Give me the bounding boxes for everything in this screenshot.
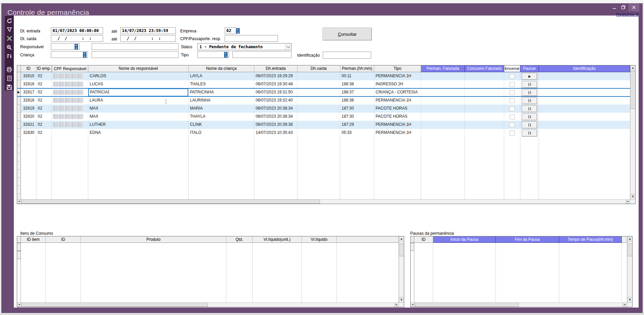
registros-count-link[interactable]: Registros: 8 <box>616 12 639 17</box>
cell-dh-saida[interactable] <box>297 88 340 96</box>
cell-identificacao[interactable] <box>539 88 630 96</box>
cell-perman-faturada[interactable] <box>421 72 465 80</box>
cell-id-emp[interactable]: 02 <box>36 113 52 121</box>
cell-perman[interactable]: 188:38 <box>340 80 374 88</box>
cell-dh-saida[interactable] <box>297 80 340 88</box>
consumo-grid-horizontal-scrollbar-left-arrow-icon[interactable]: ◄ <box>17 303 21 307</box>
pausas-grid-header-inicio-da-pausa[interactable]: Início da Pausa <box>433 236 496 243</box>
main-grid-header-identificacao[interactable]: Identificação <box>539 65 630 72</box>
cell-id-emp[interactable]: 02 <box>36 121 52 129</box>
cell-perman-faturada[interactable] <box>421 129 465 137</box>
cpf-passaporte-input[interactable] <box>225 35 278 42</box>
consumo-grid-header-id-item[interactable]: ID item <box>21 236 46 243</box>
cell-id[interactable]: 32820 <box>21 113 36 121</box>
cell-nome-crianca[interactable]: THAYLA <box>189 113 254 121</box>
consumo-grid-header-id[interactable]: ID <box>46 236 81 243</box>
consumo-grid-header-qtd[interactable]: Qtd. <box>226 236 253 243</box>
cell-nome-crianca[interactable]: ITALO <box>189 129 254 137</box>
encerrar-checkbox[interactable] <box>510 106 515 111</box>
row-selector[interactable] <box>17 113 21 121</box>
table-row[interactable]: 3282002MAXTHAYLA06/07/2023 20:38:34187:3… <box>17 113 630 121</box>
cell-nome-crianca[interactable]: LAYLA <box>189 72 254 80</box>
pausas-grid-vertical-scrollbar-thumb[interactable] <box>627 244 633 256</box>
cell-perman-faturada[interactable] <box>421 80 465 88</box>
row-selector[interactable]: ▶ <box>17 88 21 96</box>
consumo-grid-horizontal-scrollbar-right-arrow-icon[interactable]: ► <box>394 303 399 307</box>
cell-dh-saida[interactable] <box>297 113 340 121</box>
row-selector[interactable] <box>17 105 21 113</box>
pausas-grid-horizontal-scrollbar-left-arrow-icon[interactable]: ◄ <box>410 303 415 307</box>
row-selector[interactable] <box>17 80 21 88</box>
cell-id[interactable]: 32821 <box>21 121 36 129</box>
cell-nome-responsavel[interactable]: LAURA <box>88 96 189 105</box>
cell-dh-entrada[interactable]: 06/07/2023 20:38:34 <box>254 105 297 113</box>
sort-icon[interactable] <box>5 52 14 60</box>
pausar-button[interactable] <box>522 81 537 88</box>
cell-cpf-responsavel[interactable] <box>52 121 88 129</box>
pausas-grid-header-id[interactable]: ID <box>414 236 433 243</box>
chevron-down-icon[interactable] <box>285 44 291 50</box>
cell-nome-responsavel[interactable]: EDNA <box>88 129 189 137</box>
dt-saida-ate-input[interactable] <box>120 35 176 42</box>
encerrar-checkbox[interactable] <box>510 90 515 95</box>
refresh-icon[interactable] <box>5 17 14 25</box>
empresa-input[interactable] <box>225 27 236 34</box>
cell-id-emp[interactable]: 02 <box>36 88 52 96</box>
cell-dh-entrada[interactable]: 14/07/2023 10:35:43 <box>254 129 297 137</box>
cell-consumo-faturado[interactable] <box>465 113 504 121</box>
consumo-grid-horizontal-scrollbar-thumb[interactable] <box>22 303 208 307</box>
cell-cpf-responsavel[interactable] <box>52 72 88 80</box>
consumo-grid-header-vl-liquido[interactable]: Vl.líquido <box>302 236 337 243</box>
cell-consumo-faturado[interactable] <box>465 105 504 113</box>
cell-consumo-faturado[interactable] <box>465 80 504 88</box>
cell-identificacao[interactable] <box>539 113 630 121</box>
cell-tipo[interactable]: PERMANENCIA 1H <box>374 121 421 129</box>
cell-identificacao[interactable] <box>539 105 630 113</box>
close-button[interactable] <box>629 4 639 11</box>
main-grid-horizontal-scrollbar-thumb[interactable] <box>22 199 320 204</box>
table-row[interactable]: 3281902MAXMARIA06/07/2023 20:38:34187:30… <box>17 105 630 113</box>
cell-dh-entrada[interactable]: 06/07/2023 20:38:34 <box>254 113 297 121</box>
table-row[interactable]: 3283002EDNAITALO14/07/2023 10:35:4305:33… <box>17 129 630 137</box>
cell-perman[interactable]: 187:29 <box>340 121 374 129</box>
cell-nome-responsavel[interactable]: LUTHER <box>88 121 189 129</box>
cell-nome-crianca[interactable]: LAURINHA <box>189 96 254 105</box>
cell-identificacao[interactable] <box>539 96 630 105</box>
table-row[interactable]: 3281502CARLOSLAYLA06/07/2023 19:29:2900:… <box>17 72 630 80</box>
cell-id-emp[interactable]: 02 <box>36 72 52 80</box>
cell-nome-responsavel[interactable]: MAX <box>88 105 189 113</box>
editing-cell[interactable]: PATRICIA <box>88 88 188 96</box>
dt-saida-de-input[interactable] <box>51 35 103 42</box>
encerrar-checkbox[interactable] <box>510 131 515 136</box>
table-row[interactable]: 3281802LAURALAURINHA06/07/2023 19:32:401… <box>17 96 630 105</box>
pausas-grid-horizontal-scrollbar-thumb[interactable] <box>415 303 519 307</box>
cell-dh-entrada[interactable]: 06/07/2023 20:39:38 <box>254 121 297 129</box>
cell-perman[interactable]: 187:30 <box>340 113 374 121</box>
cell-consumo-faturado[interactable] <box>465 88 504 96</box>
cell-id-emp[interactable]: 02 <box>36 96 52 105</box>
row-selector[interactable] <box>17 129 21 137</box>
encerrar-checkbox[interactable] <box>510 122 515 127</box>
main-grid-header-nome-do-responsavel[interactable]: Nome do responsável <box>88 65 189 72</box>
main-grid-vertical-scrollbar-up-arrow-icon[interactable]: ▲ <box>630 65 636 70</box>
pausas-grid-vertical-scrollbar-up-arrow-icon[interactable]: ▲ <box>627 236 633 241</box>
cell-consumo-faturado[interactable] <box>465 121 504 129</box>
main-grid-header-perman-hh-mm[interactable]: Perman.(hh:mm) <box>340 65 374 72</box>
cell-consumo-faturado[interactable] <box>465 129 504 137</box>
cell-consumo-faturado[interactable] <box>465 96 504 105</box>
cell-tipo[interactable]: PERMANENCIA 1H <box>374 129 421 137</box>
pausas-grid-horizontal-scrollbar-right-arrow-icon[interactable]: ► <box>623 303 627 307</box>
cell-nome-responsavel[interactable]: MAX <box>88 113 189 121</box>
cell-perman[interactable]: 188:36 <box>340 96 374 105</box>
cell-perman[interactable]: 187:30 <box>340 105 374 113</box>
crianca-code-input[interactable] <box>51 51 88 58</box>
pausar-button[interactable] <box>522 113 537 120</box>
encerrar-checkbox[interactable] <box>510 114 515 119</box>
cell-dh-entrada[interactable]: 06/07/2023 19:31:50 <box>254 88 297 96</box>
encerrar-checkbox[interactable] <box>510 98 515 103</box>
pausas-grid-vertical-scrollbar-down-arrow-icon[interactable]: ▼ <box>627 297 633 303</box>
consumo-grid-vertical-scrollbar-thumb[interactable] <box>399 244 404 256</box>
cell-identificacao[interactable] <box>539 121 630 129</box>
main-grid-header-dh-saida[interactable]: Dh.saída <box>297 65 340 72</box>
cell-tipo[interactable]: PERMANENCIA 1H <box>374 72 421 80</box>
